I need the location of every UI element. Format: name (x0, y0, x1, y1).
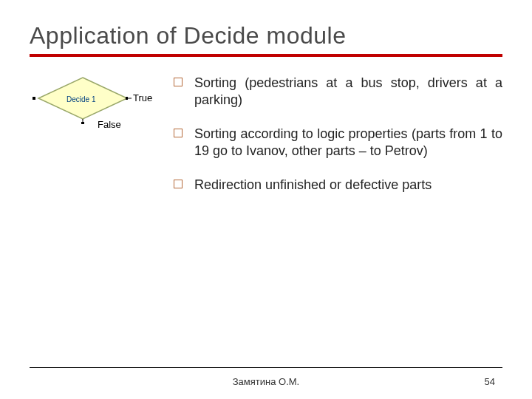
bullet-text: Redirection unfinished or defective part… (194, 177, 502, 194)
slide-title: Application of Decide module (30, 22, 502, 50)
bullet-square-icon (174, 180, 183, 188)
connector-dot-left (33, 97, 35, 100)
title-underline (30, 54, 502, 57)
list-item: Redirection unfinished or defective part… (174, 177, 502, 194)
content-row: Decide 1 True False Sorting (pedestrians… (30, 72, 502, 211)
bullet-square-icon (174, 129, 183, 137)
decide-module-diagram: Decide 1 True False (30, 76, 163, 135)
decide-node-label: Decide 1 (66, 95, 95, 103)
bullet-text: Sorting according to logic properties (p… (194, 126, 502, 159)
false-branch-label: False (98, 119, 121, 130)
footer-author: Замятина О.М. (0, 376, 532, 387)
slide: Application of Decide module Decide 1 Tr… (0, 0, 532, 399)
bullet-list: Sorting (pedestrians at a bus stop, driv… (174, 75, 502, 194)
footer-divider (30, 367, 502, 368)
svg-rect-3 (126, 97, 128, 100)
svg-rect-4 (81, 122, 84, 124)
list-item: Sorting according to logic properties (p… (174, 126, 502, 159)
bullet-square-icon (174, 78, 183, 86)
bullet-list-area: Sorting (pedestrians at a bus stop, driv… (174, 72, 502, 211)
list-item: Sorting (pedestrians at a bus stop, driv… (174, 75, 502, 108)
page-number: 54 (485, 376, 495, 387)
bullet-text: Sorting (pedestrians at a bus stop, driv… (194, 75, 502, 108)
diagram-area: Decide 1 True False (30, 72, 166, 211)
true-branch-label: True (133, 92, 152, 103)
